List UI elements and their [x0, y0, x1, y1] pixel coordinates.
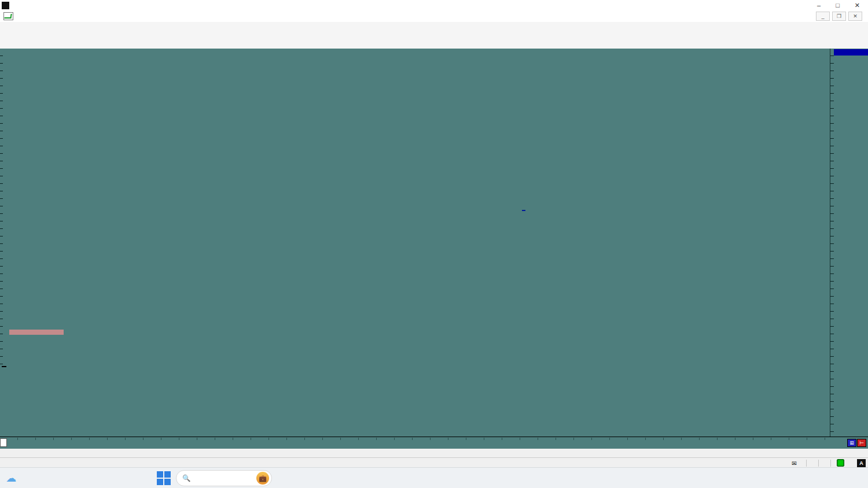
page-chart-icon — [3, 12, 13, 20]
price-axis-header — [834, 49, 868, 56]
chart-type-toolbar — [0, 22, 868, 35]
search-input[interactable] — [194, 474, 245, 482]
time-axis-corner — [0, 438, 7, 447]
price-axis-ticks — [830, 49, 834, 437]
child-close-icon[interactable]: ✕ — [848, 12, 862, 21]
child-restore-icon[interactable]: ❐ — [832, 12, 846, 21]
left-axis-ticks — [0, 49, 3, 365]
connection-led-icon — [837, 459, 844, 467]
taskbar: ☁ 🔍 💼 — [0, 467, 868, 488]
title-bar: – □ ✕ — [0, 0, 868, 10]
child-window-controls: _ ❐ ✕ — [816, 12, 868, 21]
status-logo-icon: A — [857, 459, 866, 467]
zoom-out-icon[interactable]: ⊢ — [857, 439, 866, 447]
maximize-icon[interactable]: □ — [836, 2, 840, 9]
search-bar[interactable]: 🔍 💼 — [176, 470, 272, 486]
close-icon[interactable]: ✕ — [855, 2, 860, 9]
menu-bar: _ ❐ ✕ — [0, 10, 868, 23]
search-icon: 🔍 — [182, 474, 190, 482]
envelope-icon: ✉ — [792, 460, 797, 467]
child-minimize-icon[interactable]: _ — [816, 12, 830, 21]
minimize-icon[interactable]: – — [817, 2, 821, 9]
macd-panel[interactable] — [0, 365, 868, 437]
chart-workspace: ⊞ ⊢ — [0, 49, 868, 448]
drawing-toolbar — [0, 35, 868, 49]
start-button[interactable] — [156, 471, 171, 486]
status-bar: ✉ A — [0, 457, 868, 468]
symbol-tab-bar — [0, 448, 868, 458]
ohlc-info-box — [9, 330, 64, 335]
weather-widget[interactable]: ☁ — [6, 472, 69, 485]
app-logo-icon — [2, 2, 9, 9]
zoom-in-icon[interactable]: ⊞ — [847, 439, 856, 447]
briefcase-icon[interactable]: 💼 — [256, 472, 269, 485]
time-axis[interactable]: ⊞ ⊢ — [0, 437, 868, 449]
time-axis-ticks — [0, 438, 830, 440]
patrader-window: – □ ✕ _ ❐ ✕ — [0, 0, 868, 488]
price-axis[interactable] — [830, 49, 868, 437]
grid-base-label[interactable] — [522, 210, 525, 211]
cloud-icon: ☁ — [6, 472, 16, 485]
macd-panel-label[interactable] — [2, 366, 6, 367]
price-chart[interactable] — [0, 49, 868, 365]
